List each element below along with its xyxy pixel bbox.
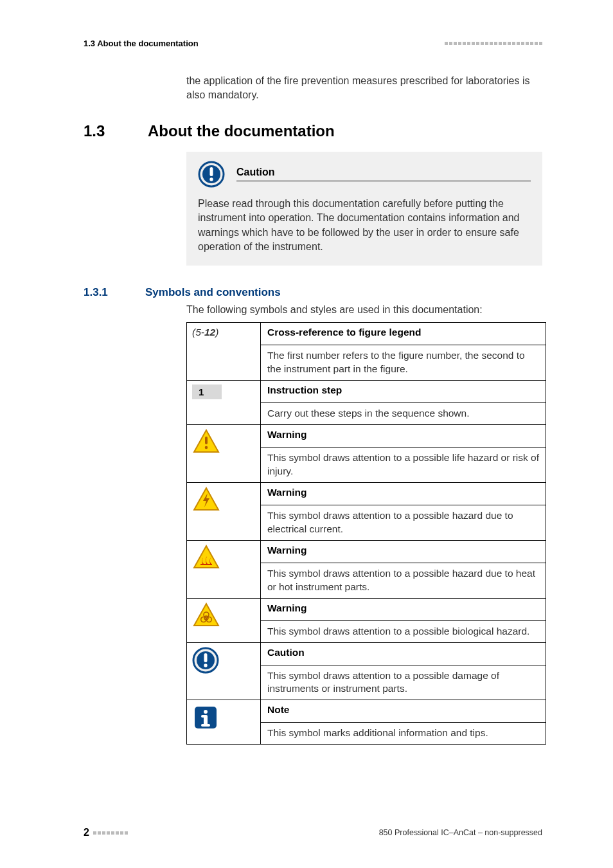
note-desc-cell: This symbol marks additional information…: [261, 723, 546, 745]
page-footer: 2 850 Professional IC–AnCat – non-suppre…: [84, 827, 542, 838]
warning-electric-icon-cell: [187, 482, 261, 540]
svg-point-3: [209, 177, 213, 181]
header-ornament: [445, 42, 542, 45]
caution-callout: Caution Please read through this documen…: [186, 152, 542, 266]
svg-point-14: [204, 664, 207, 667]
caution-icon-cell: [187, 642, 261, 700]
warning-bio-title-cell: Warning: [261, 598, 546, 620]
caution-header: Caution: [198, 161, 531, 188]
note-title-cell: Note: [261, 700, 546, 723]
continuation-paragraph: the application of the fire prevention m…: [186, 74, 542, 103]
caution-row-title-cell: Caution: [261, 642, 546, 665]
warning-life-icon-cell: [187, 425, 261, 483]
svg-rect-2: [210, 167, 213, 176]
svg-rect-18: [201, 724, 210, 727]
table-row: (5-12) Cross-reference to figure legend: [187, 323, 546, 345]
caution-body: Please read through this documentation c…: [198, 197, 531, 255]
page-header: 1.3 About the documentation: [84, 39, 542, 48]
svg-point-16: [204, 710, 208, 714]
caution-title: Caution: [236, 167, 531, 181]
warning-heat-title-cell: Warning: [261, 540, 546, 563]
header-section-path: 1.3 About the documentation: [84, 39, 199, 48]
warning-electric-desc-cell: This symbol draws attention to a possibl…: [261, 505, 546, 540]
caution-circle-icon: [192, 647, 219, 674]
warning-electric-title-cell: Warning: [261, 482, 546, 505]
footer-left: 2: [84, 827, 128, 838]
section-heading: 1.3 About the documentation: [84, 122, 542, 140]
page-number: 2: [84, 827, 89, 838]
caution-icon: [198, 161, 225, 188]
table-row: Warning: [187, 598, 546, 620]
subsection-title: Symbols and conventions: [145, 286, 281, 299]
svg-rect-19: [201, 715, 206, 718]
footer-ornament: [93, 831, 128, 835]
svg-point-5: [205, 446, 208, 449]
warning-electric-icon: [192, 487, 220, 512]
warning-heat-icon-cell: [187, 540, 261, 598]
step-desc-cell: Carry out these steps in the sequence sh…: [261, 403, 546, 425]
table-row: Caution: [187, 642, 546, 665]
warning-heat-desc-cell: This symbol draws attention to a possibl…: [261, 563, 546, 598]
table-row: Warning: [187, 482, 546, 505]
warning-life-title-cell: Warning: [261, 425, 546, 448]
table-row: Note: [187, 700, 546, 723]
warning-bio-desc-cell: This symbol draws attention to a possibl…: [261, 620, 546, 642]
crossref-label: (5-12): [192, 327, 218, 338]
step-icon-cell: 1: [187, 381, 261, 425]
warning-life-desc-cell: This symbol draws attention to a possibl…: [261, 448, 546, 483]
svg-rect-4: [205, 437, 208, 444]
warning-heat-icon: [192, 545, 220, 570]
section-title: About the documentation: [148, 122, 335, 140]
table-intro: The following symbols and styles are use…: [186, 304, 542, 316]
table-row: Warning: [187, 540, 546, 563]
footer-right: 850 Professional IC–AnCat – non-suppress…: [379, 828, 542, 837]
svg-rect-13: [204, 653, 208, 662]
crossref-title-cell: Cross-reference to figure legend: [261, 323, 546, 345]
symbols-table: (5-12) Cross-reference to figure legend …: [186, 322, 546, 745]
step-title-cell: Instruction step: [261, 381, 546, 403]
section-number: 1.3: [84, 122, 119, 140]
caution-row-desc-cell: This symbol draws attention to a possibl…: [261, 665, 546, 700]
subsection-number: 1.3.1: [84, 286, 122, 299]
crossref-desc-cell: The first number refers to the figure nu…: [261, 345, 546, 381]
warning-life-icon: [192, 429, 220, 455]
note-info-icon: [192, 704, 219, 731]
crossref-label-cell: (5-12): [187, 323, 261, 381]
subsection-heading: 1.3.1 Symbols and conventions: [84, 286, 542, 299]
table-row: Warning: [187, 425, 546, 448]
table-row: 1 Instruction step: [187, 381, 546, 403]
warning-bio-icon-cell: [187, 598, 261, 642]
step-number-badge: 1: [192, 384, 222, 399]
warning-biohazard-icon: [192, 602, 220, 628]
note-icon-cell: [187, 700, 261, 745]
